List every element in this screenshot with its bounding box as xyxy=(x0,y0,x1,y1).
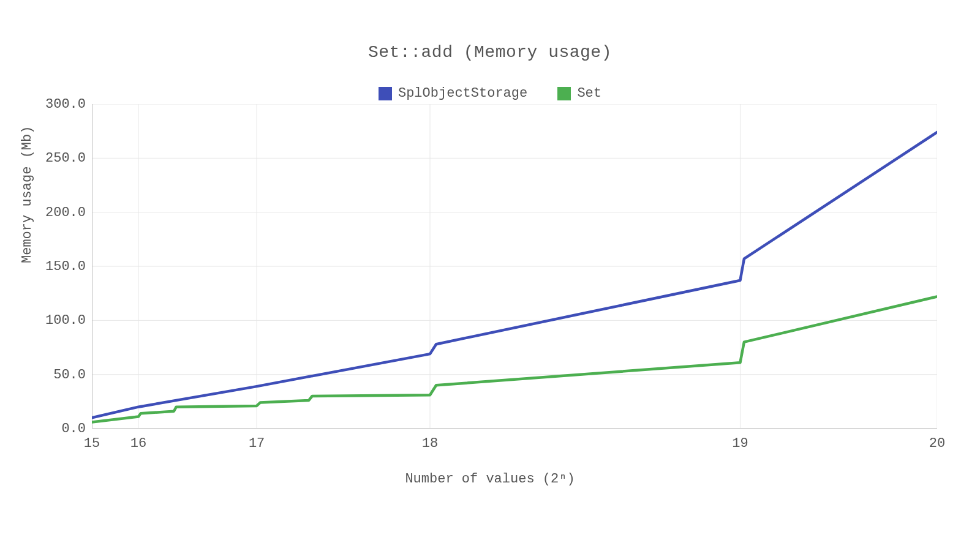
chart-container: Set::add (Memory usage) SplObjectStorage… xyxy=(0,0,980,551)
x-axis-label: Number of values (2ⁿ) xyxy=(0,471,980,487)
plot-area xyxy=(92,104,937,429)
plot-svg xyxy=(92,104,937,429)
x-tick-label: 20 xyxy=(929,436,945,451)
y-tick-label: 150.0 xyxy=(37,259,86,274)
legend-label-set: Set xyxy=(577,86,601,101)
legend-item-splobjectstorage: SplObjectStorage xyxy=(379,86,527,101)
legend-label-splobjectstorage: SplObjectStorage xyxy=(398,86,527,101)
x-tick-label: 15 xyxy=(84,436,100,451)
y-tick-label: 300.0 xyxy=(37,97,86,112)
x-tick-label: 17 xyxy=(249,436,265,451)
y-tick-label: 50.0 xyxy=(37,367,86,382)
x-tick-label: 16 xyxy=(130,436,146,451)
chart-title: Set::add (Memory usage) xyxy=(0,43,980,62)
y-axis-label: Memory usage (Mb) xyxy=(20,126,35,263)
y-tick-label: 100.0 xyxy=(37,313,86,328)
x-tick-label: 19 xyxy=(732,436,748,451)
legend-swatch-set xyxy=(557,87,571,100)
y-tick-label: 0.0 xyxy=(37,421,86,437)
legend-swatch-splobjectstorage xyxy=(379,87,392,100)
y-tick-label: 200.0 xyxy=(37,204,86,220)
legend-item-set: Set xyxy=(557,86,601,101)
chart-legend: SplObjectStorage Set xyxy=(0,86,980,105)
x-tick-label: 18 xyxy=(422,436,438,451)
y-tick-label: 250.0 xyxy=(37,151,86,166)
